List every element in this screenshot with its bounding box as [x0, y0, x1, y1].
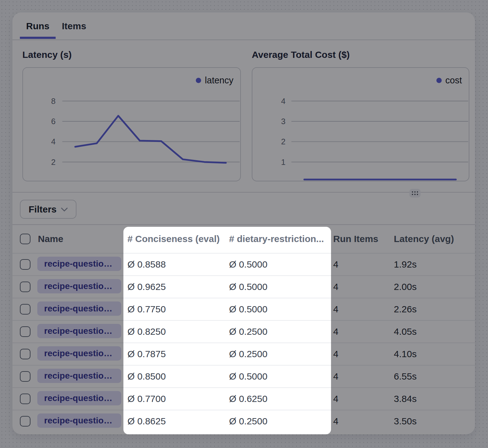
run-items-cell: 4: [329, 371, 390, 382]
chevron-down-icon: [61, 208, 68, 212]
latency-avg-cell: 2.26s: [390, 304, 475, 315]
conciseness-cell: Ø 0.8588: [123, 259, 225, 270]
latency-legend: latency: [196, 75, 233, 86]
filters-button-label: Filters: [29, 204, 57, 215]
run-name-badge[interactable]: recipe-question-...: [37, 257, 121, 271]
latency-avg-cell: 4.10s: [390, 349, 475, 359]
conciseness-cell: Ø 0.8500: [123, 371, 225, 382]
cost-chart-title: Average Total Cost ($): [252, 49, 350, 60]
active-tab-indicator: [20, 37, 56, 39]
run-items-cell: 4: [329, 304, 390, 315]
latency-avg-cell: 3.50s: [390, 416, 475, 427]
filters-row: Filters: [12, 193, 475, 225]
latency-avg-cell: 6.55s: [390, 371, 475, 382]
tab-runs-label: Runs: [26, 21, 49, 31]
y-tick-label: 4: [51, 137, 55, 146]
table-row[interactable]: recipe-questions... Ø 0.7875 Ø 0.2500 4 …: [12, 343, 475, 365]
row-checkbox[interactable]: [20, 304, 30, 315]
dietary-restriction-cell: Ø 0.5000: [225, 259, 329, 270]
y-tick-label: 8: [51, 97, 55, 105]
grip-dots-icon: [412, 191, 418, 195]
y-tick-label: 3: [281, 117, 285, 126]
app-background: { "tabs": [ { "label": "Runs", "active":…: [0, 0, 488, 448]
run-name-badge[interactable]: recipe-questions...: [37, 391, 121, 405]
filters-button[interactable]: Filters: [20, 200, 76, 219]
y-tick-label: 6: [51, 117, 55, 126]
column-header-name[interactable]: Name: [30, 234, 123, 244]
y-tick-label: 2: [281, 137, 285, 146]
tab-runs[interactable]: Runs: [20, 12, 56, 40]
table-row[interactable]: recipe-questions... Ø 0.8250 Ø 0.2500 4 …: [12, 320, 475, 343]
table-body: recipe-question-... Ø 0.8588 Ø 0.5000 4 …: [12, 253, 475, 432]
table-row[interactable]: recipe-questions... Ø 0.8500 Ø 0.5000 4 …: [12, 365, 475, 387]
run-name-badge[interactable]: recipe-question-...: [37, 301, 121, 316]
row-checkbox[interactable]: [20, 394, 30, 404]
table-row[interactable]: recipe-questions... Ø 0.8625 Ø 0.2500 4 …: [12, 410, 475, 432]
conciseness-cell: Ø 0.7750: [123, 304, 225, 315]
tab-items[interactable]: Items: [61, 12, 87, 40]
run-items-cell: 4: [329, 326, 390, 337]
panel-resize-drag-handle-icon[interactable]: [409, 189, 421, 198]
run-name-badge[interactable]: recipe-question-...: [37, 279, 121, 293]
conciseness-cell: Ø 0.7700: [123, 394, 225, 404]
latency-avg-cell: 3.84s: [390, 394, 475, 404]
run-items-cell: 4: [329, 416, 390, 427]
y-tick-label: 1: [281, 158, 285, 166]
cost-chart: cost 4321: [252, 67, 469, 181]
run-name-badge[interactable]: recipe-questions...: [37, 369, 121, 383]
dietary-restriction-cell: Ø 0.5000: [225, 282, 329, 292]
row-checkbox[interactable]: [20, 371, 30, 382]
table-row[interactable]: recipe-question-... Ø 0.8588 Ø 0.5000 4 …: [12, 253, 475, 275]
conciseness-cell: Ø 0.8250: [123, 326, 225, 337]
latency-legend-label: latency: [205, 75, 233, 86]
conciseness-cell: Ø 0.7875: [123, 349, 225, 359]
table-row[interactable]: recipe-questions... Ø 0.7700 Ø 0.6250 4 …: [12, 387, 475, 410]
row-checkbox[interactable]: [20, 282, 30, 292]
cost-legend-dot-icon: [436, 78, 442, 83]
row-checkbox[interactable]: [20, 416, 30, 427]
tab-bar: Runs Items: [12, 12, 475, 40]
latency-legend-dot-icon: [196, 78, 201, 83]
cost-legend-label: cost: [445, 75, 462, 86]
run-name-badge[interactable]: recipe-questions...: [37, 413, 121, 428]
column-header-latency-avg[interactable]: Latency (avg): [390, 234, 475, 244]
cost-legend: cost: [436, 75, 462, 86]
dietary-restriction-cell: Ø 0.5000: [225, 304, 329, 315]
table-header-row: Name # Conciseness (eval) # dietary-rest…: [12, 225, 475, 253]
runs-panel-card: Runs Items Latency (s) Average Total Cos…: [12, 12, 475, 434]
run-name-badge[interactable]: recipe-questions...: [37, 324, 121, 338]
latency-chart: latency 8642: [22, 67, 241, 181]
run-items-cell: 4: [329, 282, 390, 292]
row-checkbox[interactable]: [20, 349, 30, 359]
table-row[interactable]: recipe-question-... Ø 0.7750 Ø 0.5000 4 …: [12, 298, 475, 320]
row-checkbox[interactable]: [20, 326, 30, 337]
conciseness-cell: Ø 0.8625: [123, 416, 225, 427]
runs-table: Name # Conciseness (eval) # dietary-rest…: [12, 225, 475, 432]
run-items-cell: 4: [329, 259, 390, 270]
dietary-restriction-cell: Ø 0.5000: [225, 371, 329, 382]
run-name-badge[interactable]: recipe-questions...: [37, 346, 121, 361]
y-tick-label: 2: [51, 158, 55, 166]
latency-avg-cell: 2.00s: [390, 282, 475, 292]
latency-series-line: [75, 116, 226, 163]
latency-chart-title: Latency (s): [22, 49, 71, 60]
column-header-dietary-restriction[interactable]: # dietary-restriction...: [225, 234, 329, 244]
table-row[interactable]: recipe-question-... Ø 0.9625 Ø 0.5000 4 …: [12, 275, 475, 298]
latency-avg-cell: 1.92s: [390, 259, 475, 270]
dietary-restriction-cell: Ø 0.6250: [225, 394, 329, 404]
row-checkbox[interactable]: [20, 259, 30, 270]
latency-avg-cell: 4.05s: [390, 326, 475, 337]
dietary-restriction-cell: Ø 0.2500: [225, 416, 329, 427]
charts-section: Latency (s) Average Total Cost ($) laten…: [12, 40, 475, 193]
column-header-conciseness[interactable]: # Conciseness (eval): [123, 234, 225, 244]
tab-items-label: Items: [62, 21, 86, 31]
y-tick-label: 4: [281, 97, 285, 105]
run-items-cell: 4: [329, 349, 390, 359]
column-header-run-items[interactable]: Run Items: [329, 234, 390, 244]
dietary-restriction-cell: Ø 0.2500: [225, 326, 329, 337]
dietary-restriction-cell: Ø 0.2500: [225, 349, 329, 359]
run-items-cell: 4: [329, 394, 390, 404]
select-all-checkbox[interactable]: [20, 234, 30, 244]
conciseness-cell: Ø 0.9625: [123, 282, 225, 292]
